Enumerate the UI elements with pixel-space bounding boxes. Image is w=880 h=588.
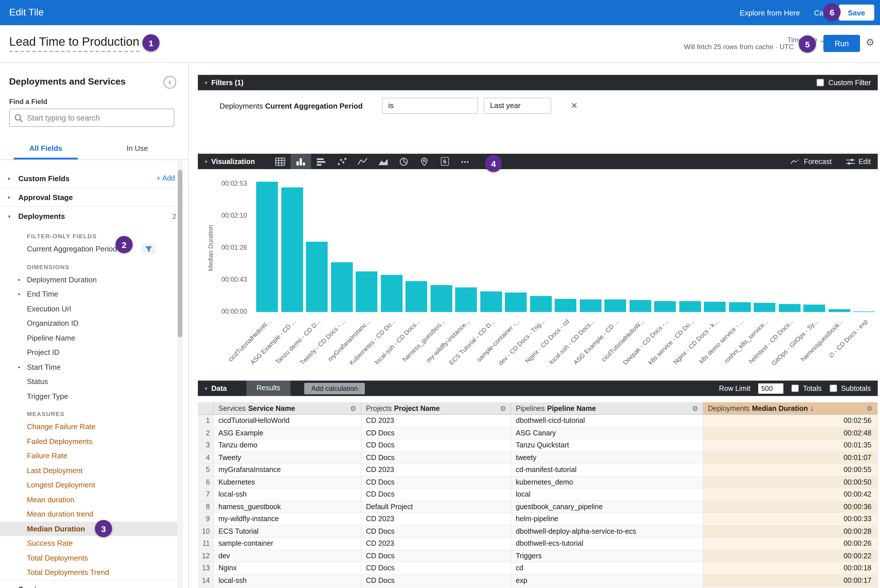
table-cell[interactable]: Default Project xyxy=(361,501,511,513)
table-cell[interactable]: Tanzu Quickstart xyxy=(511,440,703,451)
chart-bar[interactable] xyxy=(281,188,303,312)
table-cell[interactable]: ASG Example xyxy=(214,587,361,588)
table-cell[interactable]: Tweety xyxy=(214,452,361,464)
table-cell[interactable]: 00:00:26 xyxy=(703,538,878,549)
table-cell[interactable]: 00:00:55 xyxy=(703,464,878,476)
remove-filter-icon[interactable]: ✕ xyxy=(571,100,578,111)
chart-bar[interactable] xyxy=(729,302,751,312)
table-cell[interactable]: dbothwell-cicd-tutorial xyxy=(511,415,703,427)
data-section-bar[interactable]: ▾ Data Results Add calculation Row Limit… xyxy=(198,381,878,396)
table-cell[interactable]: exp xyxy=(511,574,703,586)
tab-in-use[interactable]: In Use xyxy=(92,137,183,159)
table-cell[interactable]: Nginx xyxy=(214,562,361,574)
chart-bar[interactable] xyxy=(455,288,477,312)
chart-bar[interactable] xyxy=(605,299,626,312)
group-custom-fields[interactable]: ▸ Custom Fields + Add xyxy=(0,169,177,188)
table-cell[interactable]: sample-container xyxy=(214,538,361,549)
table-cell[interactable]: 00:00:17 xyxy=(703,587,878,588)
table-cell[interactable]: local-ssh xyxy=(214,489,361,500)
chart-bar[interactable] xyxy=(654,301,676,312)
table-cell[interactable]: CD Docs xyxy=(361,476,511,488)
table-cell[interactable]: Kubernetes xyxy=(214,476,361,488)
collapse-sidebar-icon[interactable]: ‹ xyxy=(164,76,176,88)
table-cell[interactable]: myGrafanaInstance xyxy=(214,464,361,476)
chart-bar[interactable] xyxy=(306,242,328,312)
table-cell[interactable]: 00:02:56 xyxy=(703,415,878,427)
chart-bar[interactable] xyxy=(256,182,278,312)
table-cell[interactable]: 00:00:22 xyxy=(703,550,878,562)
tile-title-input[interactable]: Lead Time to Production xyxy=(9,35,139,52)
table-cell[interactable]: tweety xyxy=(511,452,703,464)
field-trigger-type[interactable]: Trigger Type xyxy=(0,389,177,404)
more-viz-options-icon[interactable]: ••• xyxy=(455,154,475,169)
chart-bar[interactable] xyxy=(779,304,800,312)
scatter-viz-icon[interactable] xyxy=(331,154,352,169)
results-tab[interactable]: Results xyxy=(246,381,290,396)
chart-bar[interactable] xyxy=(828,309,850,312)
custom-filter-checkbox[interactable] xyxy=(816,79,824,86)
group-services[interactable]: ▸ Services xyxy=(0,580,177,588)
table-cell[interactable]: CD Docs xyxy=(361,562,511,574)
edit-viz-button[interactable]: Edit xyxy=(847,158,871,165)
chart-bar[interactable] xyxy=(381,275,402,312)
measure-total-deployments[interactable]: Total Deployments xyxy=(0,550,177,565)
table-cell[interactable]: 00:00:33 xyxy=(703,513,878,525)
visualization-section-bar[interactable]: ▾ Visualization xyxy=(198,154,878,169)
table-cell[interactable]: helm-pipeline xyxy=(511,513,703,525)
pie-chart-viz-icon[interactable] xyxy=(393,154,414,169)
table-cell[interactable]: 00:00:50 xyxy=(703,476,878,488)
measure-success-rate[interactable]: Success Rate xyxy=(0,536,177,550)
row-limit-input[interactable] xyxy=(758,383,783,393)
filter-value-input[interactable]: Last year xyxy=(484,98,551,114)
gear-icon[interactable]: ⚙ xyxy=(500,404,506,412)
table-cell[interactable]: my-wildfly-instance xyxy=(214,513,361,525)
measure-median-duration[interactable]: Median Duration xyxy=(0,521,177,536)
chart-bar[interactable] xyxy=(430,285,452,312)
table-cell[interactable]: local-ssh xyxy=(214,574,361,586)
table-cell[interactable]: CD Docs xyxy=(361,440,511,451)
bar-chart-viz-icon[interactable] xyxy=(311,154,331,169)
scrollbar-thumb[interactable] xyxy=(178,170,182,337)
measure-longest-deployment[interactable]: Longest Deployment xyxy=(0,478,177,492)
table-cell[interactable]: 00:00:17 xyxy=(703,574,878,586)
table-cell[interactable]: CD Docs xyxy=(361,427,511,439)
field-end-time[interactable]: ▸End Time xyxy=(0,287,177,302)
table-cell[interactable]: 00:00:36 xyxy=(703,501,878,513)
measure-change-failure-rate[interactable]: Change Failure Rate xyxy=(0,419,177,434)
table-cell[interactable]: kubernetes_demo xyxy=(511,476,703,488)
column-header-median-duration[interactable]: DeploymentsMedian Duration↓⚙ xyxy=(703,402,878,415)
add-custom-field-link[interactable]: + Add xyxy=(156,174,175,182)
chart-bar[interactable] xyxy=(480,291,502,312)
gear-icon[interactable]: ⚙ xyxy=(692,404,698,412)
field-deployment-duration[interactable]: ▸Deployment Duration xyxy=(0,272,177,287)
field-current-aggregation-period[interactable]: Current Aggregation Period xyxy=(0,242,177,256)
table-cell[interactable]: Triggers xyxy=(511,550,703,562)
table-cell[interactable]: 00:00:42 xyxy=(703,489,878,500)
table-cell[interactable]: CD Docs xyxy=(361,452,511,464)
table-cell[interactable]: CD 2023 xyxy=(361,538,511,549)
add-calculation-button[interactable]: Add calculation xyxy=(304,382,365,394)
field-organization-id[interactable]: Organization ID xyxy=(0,316,177,331)
table-cell[interactable]: CD Docs xyxy=(361,574,511,586)
measure-failure-rate[interactable]: Failure Rate xyxy=(0,448,177,463)
measure-mean-duration[interactable]: Mean duration xyxy=(0,492,177,507)
table-cell[interactable]: dbothwell-ecs-tutorial xyxy=(511,538,703,549)
chart-bar[interactable] xyxy=(704,302,726,312)
column-chart-viz-icon[interactable] xyxy=(290,154,311,169)
area-chart-viz-icon[interactable] xyxy=(373,154,393,169)
filter-icon[interactable] xyxy=(142,244,155,254)
gear-icon[interactable]: ⚙ xyxy=(350,404,356,412)
field-start-time[interactable]: ▸Start Time xyxy=(0,360,177,374)
chart-bar[interactable] xyxy=(579,299,601,312)
chart-bar[interactable] xyxy=(754,303,775,312)
column-header-service-name[interactable]: ServicesService Name⚙ xyxy=(214,402,361,415)
single-value-viz-icon[interactable]: 6 xyxy=(434,154,455,169)
table-cell[interactable]: CD 2023 xyxy=(361,513,511,525)
table-cell[interactable]: CD Docs xyxy=(361,489,511,500)
sidebar-scrollbar[interactable] xyxy=(177,160,183,588)
table-cell[interactable]: harness_guestbook xyxy=(214,501,361,513)
chart-bar[interactable] xyxy=(331,262,352,312)
measure-mean-duration-trend[interactable]: Mean duration trend xyxy=(0,507,177,521)
table-cell[interactable]: ECS Tutorial xyxy=(214,525,361,537)
filters-section-bar[interactable]: ▾ Filters (1) Custom Filter xyxy=(198,75,878,90)
